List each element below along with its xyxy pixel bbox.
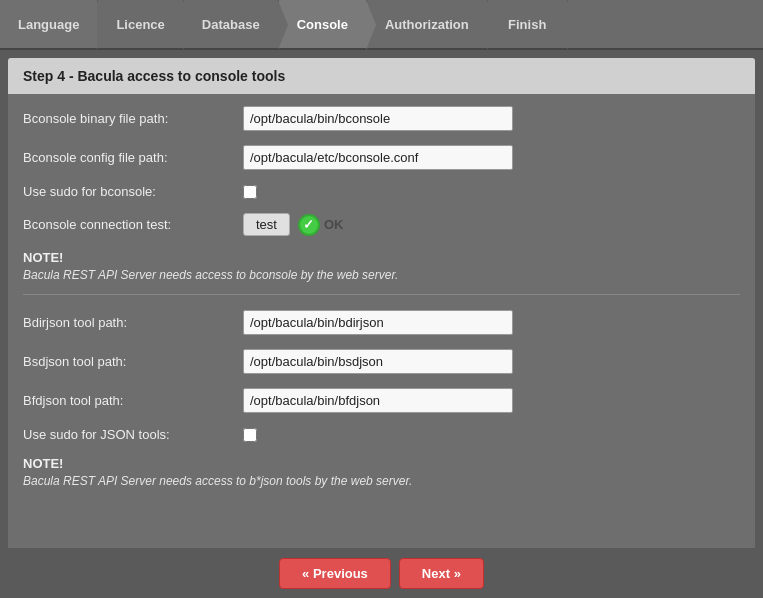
test-button[interactable]: test [243, 213, 290, 236]
bfdjson-label: Bfdjson tool path: [23, 393, 243, 408]
bfdjson-input[interactable] [243, 388, 513, 413]
bsdjson-input[interactable] [243, 349, 513, 374]
use-sudo-json-checkbox[interactable] [243, 428, 257, 442]
bconsole-config-input[interactable] [243, 145, 513, 170]
bdirjson-label: Bdirjson tool path: [23, 315, 243, 330]
note1-section: NOTE! Bacula REST API Server needs acces… [23, 250, 740, 282]
tab-database[interactable]: Database [184, 0, 279, 48]
previous-button[interactable]: « Previous [279, 558, 391, 589]
tab-language[interactable]: Language [0, 0, 98, 48]
test-row: test ✓ OK [243, 213, 343, 236]
ok-badge: ✓ OK [298, 214, 344, 236]
ok-icon: ✓ [298, 214, 320, 236]
tab-authorization[interactable]: Authorization [367, 0, 488, 48]
bsdjson-label: Bsdjson tool path: [23, 354, 243, 369]
note2-section: NOTE! Bacula REST API Server needs acces… [23, 456, 740, 488]
note1-title: NOTE! [23, 250, 740, 265]
use-sudo-bconsole-row: Use sudo for bconsole: [23, 184, 740, 199]
bsdjson-row: Bsdjson tool path: [23, 349, 740, 374]
tab-bar: Language Licence Database Console Author… [0, 0, 763, 50]
bdirjson-row: Bdirjson tool path: [23, 310, 740, 335]
content-area: Step 4 - Bacula access to console tools … [8, 58, 755, 590]
note1-text: Bacula REST API Server needs access to b… [23, 268, 740, 282]
bconsole-config-row: Bconsole config file path: [23, 145, 740, 170]
bconsole-config-label: Bconsole config file path: [23, 150, 243, 165]
connection-test-label: Bconsole connection test: [23, 217, 243, 232]
use-sudo-bconsole-checkbox[interactable] [243, 185, 257, 199]
bfdjson-row: Bfdjson tool path: [23, 388, 740, 413]
ok-label: OK [324, 217, 344, 232]
connection-test-row: Bconsole connection test: test ✓ OK [23, 213, 740, 236]
bconsole-binary-input[interactable] [243, 106, 513, 131]
divider [23, 294, 740, 295]
step-header: Step 4 - Bacula access to console tools [8, 58, 755, 94]
bconsole-binary-row: Bconsole binary file path: [23, 106, 740, 131]
use-sudo-json-label: Use sudo for JSON tools: [23, 427, 243, 442]
note2-text: Bacula REST API Server needs access to b… [23, 474, 740, 488]
note2-title: NOTE! [23, 456, 740, 471]
bdirjson-input[interactable] [243, 310, 513, 335]
bconsole-binary-label: Bconsole binary file path: [23, 111, 243, 126]
next-button[interactable]: Next » [399, 558, 484, 589]
tab-licence[interactable]: Licence [98, 0, 183, 48]
bottom-nav: « Previous Next » [0, 548, 763, 598]
use-sudo-json-row: Use sudo for JSON tools: [23, 427, 740, 442]
tab-finish[interactable]: Finish [488, 0, 568, 48]
tab-console[interactable]: Console [279, 0, 367, 48]
use-sudo-bconsole-label: Use sudo for bconsole: [23, 184, 243, 199]
